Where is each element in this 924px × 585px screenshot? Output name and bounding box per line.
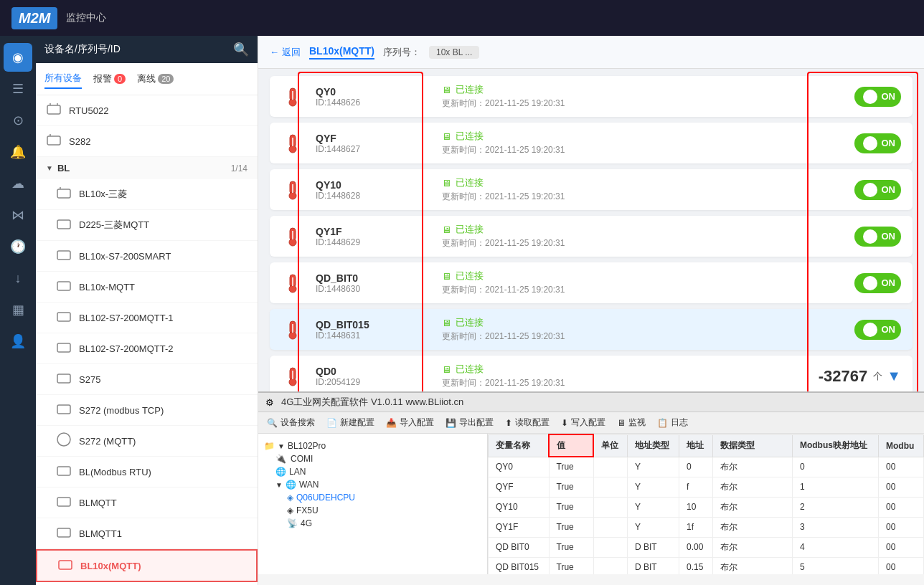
data-table: 变量名称 值 单位 地址类型 地址 数据类型 Modbus映射地址 Modbu	[488, 434, 924, 574]
tree-node-fx5u[interactable]: ◈ FX5U	[264, 504, 481, 517]
toggle-on-qdbit015[interactable]: ON	[854, 320, 902, 340]
device-item-bl10x-mqtt-selected[interactable]: BL10x(MQTT)	[36, 549, 258, 582]
toggle-on-qy0[interactable]: ON	[854, 87, 902, 107]
cell-unit	[593, 517, 627, 537]
svg-point-35	[289, 332, 296, 339]
device-icon	[56, 185, 72, 204]
device-item-bl10x-s7[interactable]: BL10x-S7-200SMART	[36, 241, 258, 272]
status-connected: 🖥 已连接	[442, 176, 803, 189]
back-button[interactable]: ← 返回	[270, 46, 301, 59]
device-item-bl102-2[interactable]: BL102-S7-200MQTT-2	[36, 333, 258, 364]
nav-dashboard[interactable]: ◉	[4, 43, 32, 72]
nav-bell[interactable]: 🔔	[4, 138, 32, 166]
toolbar-new[interactable]: 📄 新建配置	[326, 417, 374, 429]
cell-modbus: 2	[792, 497, 878, 517]
tree-node-wan[interactable]: ▼ 🌐 WAN	[264, 478, 481, 491]
device-item-blmqtt[interactable]: BLMQTT	[36, 488, 258, 518]
toolbar-monitor[interactable]: 🖥 监视	[617, 417, 646, 429]
toggle-label: ON	[882, 138, 896, 148]
toolbar-log[interactable]: 📋 日志	[657, 417, 688, 429]
nav-cloud[interactable]: ☁	[4, 169, 32, 198]
bottom-panel: ⚙ 4G工业网关配置软件 V1.0.11 www.BLiiot.cn 🔍 设备搜…	[258, 391, 924, 585]
device-item-rtu5022[interactable]: RTU5022	[36, 95, 258, 126]
cell-addrtype: Y	[628, 457, 679, 477]
cell-modbus2: 00	[878, 517, 923, 537]
device-item-bl102-1[interactable]: BL102-S7-200MQTT-1	[36, 303, 258, 333]
group-header-bl[interactable]: ▼ BL 1/14	[36, 157, 258, 179]
tab-offline[interactable]: 离线20	[137, 70, 174, 88]
nav-download[interactable]: ↓	[4, 264, 32, 292]
toolbar-import[interactable]: 📥 导入配置	[386, 417, 434, 429]
toolbar-write-label: 写入配置	[571, 417, 605, 429]
cell-name: QY10	[489, 497, 550, 517]
device-item-s275[interactable]: S275	[36, 364, 258, 395]
tree-node-lan[interactable]: 🌐 LAN	[264, 465, 481, 478]
nav-location[interactable]: ⊙	[4, 106, 32, 135]
toggle-on-qyf[interactable]: ON	[854, 133, 902, 153]
card-name-qyf: QYF	[316, 133, 430, 144]
bottom-content: 📁 ▼ BL102Pro 🔌 COMI 🌐 LAN ▼ 🌐	[258, 434, 924, 574]
nav-table[interactable]: ▦	[4, 295, 32, 324]
device-item-s282[interactable]: S282	[36, 126, 258, 157]
toggle-circle	[863, 276, 877, 290]
device-item-s272-tcp[interactable]: S272 (modbus TCP)	[36, 395, 258, 426]
cell-unit	[593, 557, 627, 574]
card-control-qy0: ON	[815, 87, 901, 107]
cell-modbus2: 00	[878, 537, 923, 557]
device-item-bl-modbus[interactable]: BL(Modbus RTU)	[36, 457, 258, 488]
cell-addrtype: D BIT	[628, 557, 679, 574]
toggle-on-qdbit0[interactable]: ON	[854, 273, 902, 293]
tree-node-bl102pro[interactable]: 📁 ▼ BL102Pro	[264, 439, 481, 452]
sidebar-tabs: 所有设备 报警0 离线20	[36, 63, 258, 95]
nav-user[interactable]: 👤	[4, 327, 32, 356]
device-item-bl10x-mitsubishi[interactable]: BL10x-三菱	[36, 179, 258, 210]
device-name: BL(Modbus RTU)	[79, 467, 248, 477]
svg-rect-13	[57, 405, 70, 414]
toolbar-import-label: 导入配置	[400, 417, 434, 429]
device-item-bl10x-mqtt[interactable]: BL10x-MQTT	[36, 272, 258, 303]
toggle-circle	[863, 136, 877, 151]
tree-node-q06[interactable]: ◈ Q06UDEHCPU	[264, 491, 481, 504]
toolbar-read[interactable]: ⬆ 读取配置	[505, 417, 550, 429]
cell-addr: 10	[679, 497, 713, 517]
toggle-circle	[863, 90, 877, 104]
active-tab-label[interactable]: BL10x(MQTT)	[309, 45, 374, 60]
toolbar-export[interactable]: 💾 导出配置	[446, 417, 494, 429]
toggle-on-qy10[interactable]: ON	[854, 180, 902, 200]
tab-alarm[interactable]: 报警0	[93, 70, 126, 88]
toolbar-write[interactable]: ⬇ 写入配置	[561, 417, 605, 429]
tree-node-com1[interactable]: 🔌 COMI	[264, 452, 481, 465]
search-icon[interactable]: 🔍	[233, 42, 249, 57]
toggle-circle	[863, 229, 877, 244]
device-item-s272-mqtt[interactable]: S272 (MQTT)	[36, 426, 258, 457]
nav-clock[interactable]: 🕐	[4, 232, 32, 261]
svg-point-14	[57, 433, 70, 446]
device-card-qy1f: QY1F ID:1448629 🖥 已连接 更新时间：2021-11-25 19…	[270, 216, 913, 257]
logo-area: M2M 监控中心	[11, 7, 106, 29]
toggle-label: ON	[882, 324, 896, 335]
cell-value: True	[549, 497, 593, 517]
nav-list[interactable]: ☰	[4, 75, 32, 103]
tree-node-4g[interactable]: 📡 4G	[264, 517, 481, 530]
cell-datatype: 布尔	[712, 557, 792, 574]
device-name: BLMQTT1	[79, 528, 248, 539]
device-card-qy10: QY10 ID:1448628 🖥 已连接 更新时间：2021-11-25 19…	[270, 169, 913, 210]
sidebar-search-text: 设备名/序列号/ID	[44, 43, 227, 56]
main-layout: ◉ ☰ ⊙ 🔔 ☁ ⋈ 🕐 ↓ ▦ 👤 设备名/序列号/ID 🔍 所有设备 报警…	[0, 36, 924, 585]
tab-all-devices[interactable]: 所有设备	[44, 69, 82, 89]
toggle-on-qy1f[interactable]: ON	[854, 227, 902, 247]
device-name: BL10x-S7-200SMART	[79, 251, 248, 262]
card-info-qy1f: QY1F ID:1448629	[316, 226, 430, 247]
nav-branch[interactable]: ⋈	[4, 201, 32, 229]
status-update: 更新时间：2021-11-25 19:20:31	[442, 284, 803, 296]
device-item-d225[interactable]: D225-三菱MQTT	[36, 210, 258, 241]
tree-label: BL102Pro	[288, 441, 326, 451]
toolbar-search[interactable]: 🔍 设备搜索	[267, 417, 315, 429]
arrow-down-icon[interactable]: ▼	[887, 368, 901, 384]
device-item-blmqtt1[interactable]: BLMQTT1	[36, 518, 258, 549]
svg-rect-18	[59, 561, 72, 569]
svg-rect-17	[57, 528, 70, 537]
card-control-qdbit015: ON	[815, 320, 901, 340]
device-name: RTU5022	[69, 105, 248, 116]
device-icon	[56, 493, 72, 512]
